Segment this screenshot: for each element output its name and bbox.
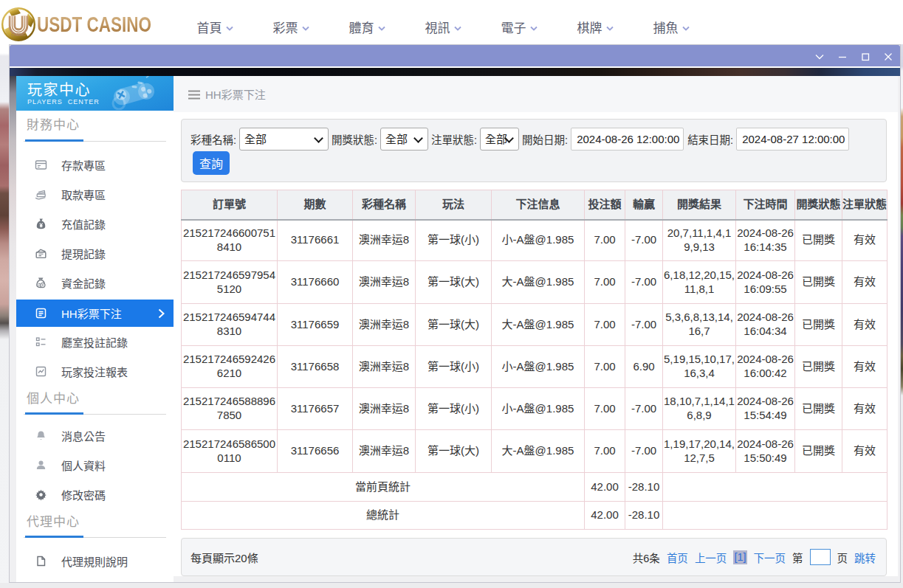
svg-text:CASINO: CASINO bbox=[11, 32, 26, 37]
